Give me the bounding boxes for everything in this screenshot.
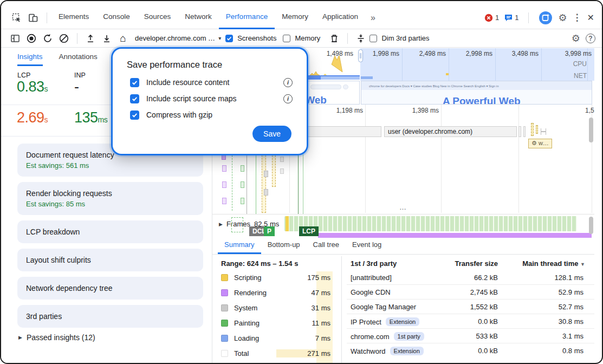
marker-badge-p[interactable]: P: [264, 226, 275, 236]
passed-insights-toggle[interactable]: ▶Passed insights (12): [17, 333, 203, 342]
insight-card[interactable]: LCP breakdown: [17, 220, 203, 243]
device-toolbar-icon[interactable]: [26, 11, 40, 25]
dialog-checkbox[interactable]: [130, 110, 139, 120]
net-track-label: NET: [574, 72, 587, 80]
tab-performance[interactable]: Performance: [219, 6, 275, 29]
marker-badge-lcp[interactable]: LCP: [299, 226, 319, 236]
tab-application[interactable]: Application: [315, 6, 365, 29]
insight-card[interactable]: 3rd parties: [17, 305, 203, 328]
reload-record-icon[interactable]: [40, 31, 55, 46]
insight-card-savings: Est savings: 561 ms: [26, 161, 194, 170]
tracks-scrollbar-thumb[interactable]: [589, 118, 593, 142]
divider: [347, 314, 594, 314]
dialog-checkbox[interactable]: [130, 94, 139, 103]
track-entry-small[interactable]: [523, 126, 526, 137]
frames-scrollbar-thumb[interactable]: [589, 217, 593, 234]
track-overflow-dots[interactable]: …: [399, 203, 407, 211]
sidebar-tab-insights[interactable]: Insights: [17, 53, 43, 66]
detail-tick: 1,398 ms: [390, 107, 439, 114]
toggle-sidebar-icon[interactable]: [8, 31, 23, 46]
overview-tick: 3,498 ms: [490, 50, 539, 57]
save-trace-dialog: Save performance trace Include resource …: [113, 49, 307, 154]
clear-icon[interactable]: [56, 31, 72, 46]
page-select-dropdown[interactable]: developer.chrome.com … ▾: [132, 34, 224, 42]
more-tabs-icon[interactable]: »: [365, 13, 381, 23]
insight-card[interactable]: Layout shift culprits: [17, 249, 203, 271]
legend-swatch: [221, 320, 228, 327]
table-header-main-thread[interactable]: Main thread time ▼: [505, 259, 585, 268]
details-tab-call-tree[interactable]: Call tree: [307, 240, 346, 254]
interactions-bar[interactable]: [318, 233, 592, 238]
details-tab-bottom-up[interactable]: Bottom-up: [261, 240, 307, 254]
memory-label: Memory: [295, 34, 320, 42]
dialog-option: Include resource contenti: [130, 77, 293, 88]
memory-checkbox[interactable]: [283, 35, 290, 42]
insight-card-title: 3rd parties: [26, 312, 194, 321]
collapse-tracks-icon[interactable]: [353, 31, 368, 46]
record-icon[interactable]: [24, 31, 39, 46]
insight-card-title: Render blocking requests: [26, 189, 194, 198]
filmstrip-screenshot[interactable]: chrome for developers Docs ▾ Case studie…: [361, 81, 592, 105]
inspect-element-icon[interactable]: [10, 11, 24, 25]
details-tab-event-log[interactable]: Event log: [346, 240, 388, 254]
widget-event-chip[interactable]: ⚙ w…: [528, 139, 552, 148]
table-header-party[interactable]: 1st / 3rd party: [351, 259, 397, 268]
activity-bar: [536, 125, 538, 134]
performance-settings-gear-icon[interactable]: ⚙: [572, 34, 580, 43]
insight-card[interactable]: Network dependency tree: [17, 277, 203, 300]
dim-3rd-parties-checkbox[interactable]: [369, 35, 377, 42]
table-cell-transfer: 66.2 kB: [433, 274, 498, 282]
screenshots-checkbox[interactable]: [225, 35, 233, 42]
settings-gear-icon[interactable]: ⚙: [558, 13, 567, 23]
save-profile-icon[interactable]: [99, 31, 114, 46]
table-header-transfer[interactable]: Transfer size: [422, 259, 498, 268]
activity-bar: [280, 168, 284, 174]
table-row: WatchwordExtension: [351, 347, 424, 355]
ai-assistance-icon[interactable]: [539, 11, 553, 25]
error-count-badge[interactable]: 1: [484, 14, 499, 22]
table-cell-transfer: 0.0 kB: [433, 317, 498, 326]
table-cell-time: 0.8 ms: [518, 347, 583, 355]
activity-bar: [222, 181, 226, 188]
track-entry-user[interactable]: user (developer.chrome.com): [384, 126, 517, 137]
table-cell-time: 52.7 ms: [518, 303, 583, 311]
expander-triangle-icon[interactable]: ▶: [219, 222, 223, 227]
collect-garbage-icon[interactable]: [327, 31, 342, 46]
dialog-checkbox[interactable]: [130, 78, 139, 87]
tab-network[interactable]: Network: [178, 6, 219, 29]
passed-insights-label: Passed insights (12): [27, 333, 95, 342]
legend-row: Rendering: [221, 289, 267, 297]
dialog-option: Include script source mapsi: [130, 93, 293, 104]
first-party-badge: 1st party: [394, 332, 424, 341]
metric-field-lcp-value: 2.69s: [17, 109, 48, 126]
home-icon[interactable]: ⌂: [115, 31, 131, 46]
help-icon[interactable]: ?: [586, 34, 595, 43]
frames-strip[interactable]: [284, 216, 577, 231]
issue-count-badge[interactable]: 1: [504, 14, 518, 22]
tab-console[interactable]: Console: [96, 6, 137, 29]
info-icon[interactable]: i: [283, 94, 293, 103]
legend-swatch: [221, 350, 228, 357]
save-button[interactable]: Save: [252, 126, 291, 142]
activity-bar: [241, 198, 244, 204]
divider: [341, 256, 342, 363]
close-devtools-icon[interactable]: ✕: [587, 12, 594, 23]
divider: [347, 343, 594, 343]
tab-sources[interactable]: Sources: [137, 6, 178, 29]
more-options-icon[interactable]: ⋮: [573, 12, 582, 23]
info-icon[interactable]: i: [283, 78, 293, 87]
tab-elements[interactable]: Elements: [51, 6, 96, 29]
legend-swatch: [221, 304, 228, 311]
insight-card[interactable]: Render blocking requestsEst savings: 85 …: [17, 182, 203, 215]
legend-row: Loading: [221, 334, 259, 342]
legend-name: Total: [234, 349, 249, 358]
dim-3rd-parties-label: Dim 3rd parties: [381, 34, 429, 42]
sidebar-tab-annotations[interactable]: Annotations: [59, 53, 98, 66]
issues-icon: [504, 14, 513, 22]
details-tab-summary[interactable]: Summary: [218, 240, 261, 254]
tab-memory[interactable]: Memory: [275, 6, 315, 29]
load-profile-icon[interactable]: [83, 31, 98, 46]
net-overview-segment: [361, 76, 373, 79]
track-entry-small[interactable]: [518, 126, 521, 137]
activity-bar: [241, 165, 244, 172]
